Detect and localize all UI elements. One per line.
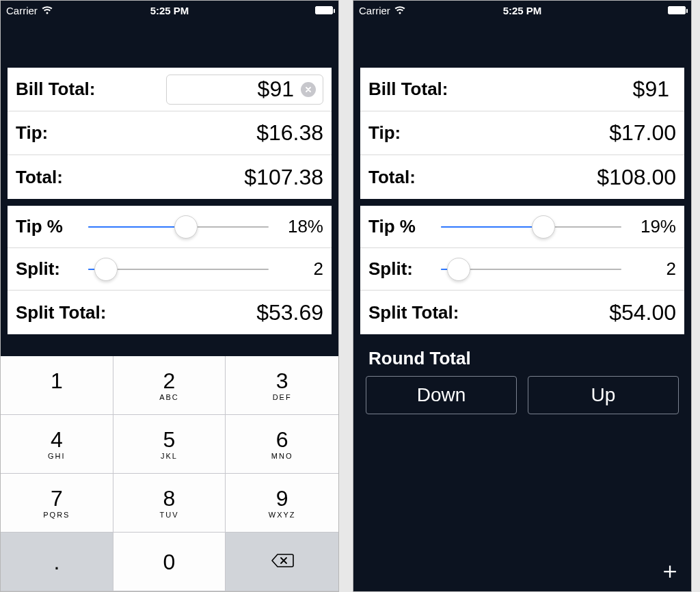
key-4[interactable]: 4GHI <box>1 415 113 474</box>
split-total-value: $53.69 <box>256 300 323 325</box>
tip-percent-slider[interactable] <box>88 216 269 238</box>
tip-percent-row: Tip % 18% <box>8 206 332 248</box>
bill-total-input[interactable]: $91 <box>166 75 323 105</box>
split-label: Split: <box>368 258 434 280</box>
battery-icon <box>668 6 686 14</box>
key-2[interactable]: 2ABC <box>113 356 226 415</box>
tip-percent-label: Tip % <box>16 216 81 237</box>
total-value: $108.00 <box>597 165 676 190</box>
tip-label: Tip: <box>16 122 48 144</box>
summary-card: Bill Total: $91 Tip: $16.38 Total: $107.… <box>8 68 332 199</box>
split-row: Split: 2 <box>360 248 684 291</box>
tip-row: Tip: $17.00 <box>360 111 684 155</box>
tip-label: Tip: <box>368 122 401 144</box>
tip-percent-slider[interactable] <box>441 216 621 238</box>
plus-icon: ＋ <box>658 557 682 583</box>
split-slider[interactable] <box>441 258 621 280</box>
split-label: Split: <box>16 258 81 280</box>
round-up-button[interactable]: Up <box>528 376 679 414</box>
numeric-keypad: 1 2ABC 3DEF 4GHI 5JKL 6MNO 7PQRS 8TUV 9W… <box>1 356 338 591</box>
tip-value: $16.38 <box>256 120 323 146</box>
bill-total-row: Bill Total: $91 <box>360 68 684 111</box>
tip-value: $17.00 <box>609 120 676 146</box>
split-total-row: Split Total: $53.69 <box>8 291 332 334</box>
split-total-label: Split Total: <box>16 302 106 323</box>
bill-total-label: Bill Total: <box>368 79 448 100</box>
key-5[interactable]: 5JKL <box>113 415 226 474</box>
key-3[interactable]: 3DEF <box>226 356 338 415</box>
key-0[interactable]: 0 <box>113 533 226 591</box>
bill-total-value: $91 <box>526 77 669 102</box>
split-slider[interactable] <box>88 258 269 280</box>
tip-percent-value: 19% <box>628 216 676 237</box>
status-time: 5:25 PM <box>353 5 691 16</box>
status-bar: Carrier 5:25 PM <box>1 1 338 20</box>
split-total-label: Split Total: <box>368 302 459 323</box>
backspace-icon <box>271 552 294 571</box>
summary-card: Bill Total: $91 Tip: $17.00 Total: $108.… <box>360 68 684 199</box>
controls-card: Tip % 19% Split: 2 Split Total: <box>360 206 684 334</box>
bill-total-input[interactable]: $91 <box>519 75 676 105</box>
status-time: 5:25 PM <box>1 5 338 16</box>
bill-total-value: $91 <box>174 77 294 102</box>
total-label: Total: <box>368 167 416 188</box>
key-7[interactable]: 7PQRS <box>1 474 113 533</box>
key-6[interactable]: 6MNO <box>226 415 338 474</box>
total-label: Total: <box>16 167 63 188</box>
total-row: Total: $107.38 <box>8 155 332 199</box>
key-backspace[interactable] <box>226 533 338 591</box>
round-total-section: Round Total Down Up <box>366 348 679 414</box>
tip-percent-label: Tip % <box>368 216 434 237</box>
tip-row: Tip: $16.38 <box>8 111 332 155</box>
tip-percent-row: Tip % 19% <box>360 206 684 248</box>
split-total-value: $54.00 <box>609 300 676 325</box>
clear-input-icon[interactable] <box>301 82 316 97</box>
phone-screenshot-1: Carrier 5:25 PM Bill Total: $91 <box>0 0 339 592</box>
split-total-row: Split Total: $54.00 <box>360 291 684 334</box>
bill-total-label: Bill Total: <box>16 79 96 100</box>
bill-total-row: Bill Total: $91 <box>8 68 332 111</box>
key-1[interactable]: 1 <box>1 356 113 415</box>
controls-card: Tip % 18% Split: 2 Split Total: <box>8 206 332 334</box>
total-row: Total: $108.00 <box>360 155 684 199</box>
status-bar: Carrier 5:25 PM <box>353 1 691 20</box>
tip-percent-value: 18% <box>275 216 323 237</box>
add-button[interactable]: ＋ <box>658 559 682 582</box>
split-value: 2 <box>275 258 323 280</box>
key-decimal[interactable]: . <box>1 533 113 591</box>
split-value: 2 <box>628 258 676 280</box>
round-down-button[interactable]: Down <box>366 376 517 414</box>
key-9[interactable]: 9WXYZ <box>226 474 338 533</box>
key-8[interactable]: 8TUV <box>113 474 226 533</box>
total-value: $107.38 <box>244 165 323 190</box>
battery-icon <box>315 6 333 14</box>
round-total-label: Round Total <box>368 348 679 369</box>
phone-screenshot-2: Carrier 5:25 PM Bill Total: $91 Tip: $17… <box>353 0 692 592</box>
split-row: Split: 2 <box>8 248 332 291</box>
